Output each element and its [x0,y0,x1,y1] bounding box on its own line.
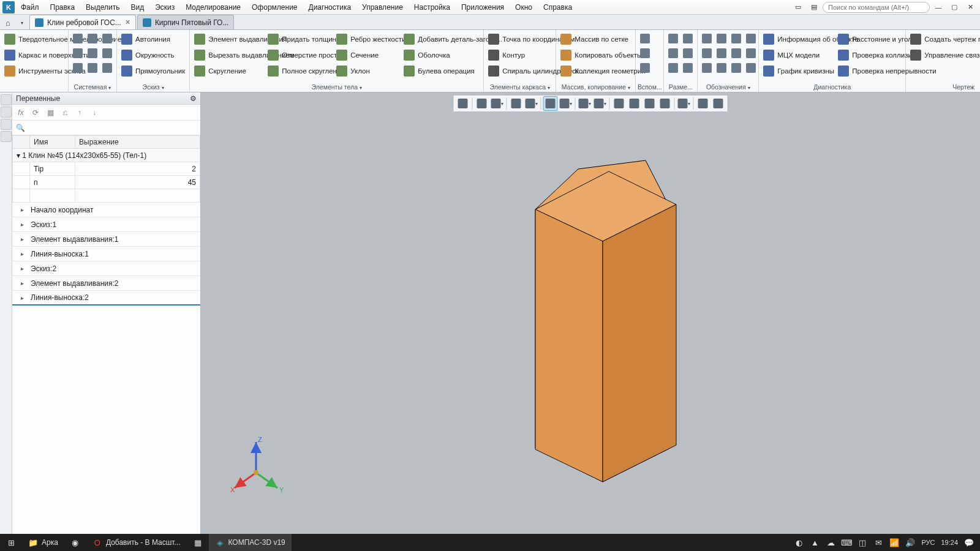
taskbar-kompas[interactable]: ◈КОМПАС-3D v19 [209,534,292,551]
tab-active[interactable]: Клин ребровой ГОС... ✕ [29,15,136,29]
vt-4[interactable] [612,96,627,111]
var-value[interactable]: 45 [75,176,200,189]
var-name[interactable]: Tip [30,162,75,176]
open-button[interactable] [86,32,99,45]
menu-manage[interactable]: Управление [357,0,408,15]
dim4[interactable] [681,47,695,60]
vt-7[interactable] [658,96,673,111]
paste-button[interactable] [100,61,114,75]
shell-button[interactable]: Оболочка [402,48,481,62]
vt-3[interactable] [509,96,524,111]
tree-node[interactable]: Начало координат [12,203,200,217]
ann12[interactable] [744,61,758,75]
tree-node[interactable]: Эскиз:2 [12,261,200,276]
tree-node[interactable]: Линия-выноска:1 [12,247,200,261]
var-value[interactable]: 2 [75,162,200,176]
aux3[interactable] [638,61,652,75]
wifi-icon[interactable]: 📶 [889,538,899,547]
ann11[interactable] [729,61,743,75]
save-button[interactable] [100,32,114,45]
taskbar-folder[interactable]: 📁Арка [22,534,64,551]
tab-close-icon[interactable]: ✕ [125,18,130,26]
full-fillet-button[interactable]: Полное скругление [266,64,333,78]
collision-button[interactable]: Проверка коллизий [836,48,907,62]
dim1[interactable] [666,32,680,45]
tree-node[interactable]: Эскиз:1 [12,217,200,232]
taskbar-opera[interactable]: OДобавить - В Масшт... [86,534,187,551]
continuity-button[interactable]: Проверка непрерывности [836,64,907,78]
menu-diagnostics[interactable]: Диагностика [304,0,356,15]
menu-settings[interactable]: Настройка [409,0,455,15]
copy-button[interactable] [86,61,99,75]
fillet-button[interactable]: Скругление [192,64,265,78]
notifications-icon[interactable]: 💬 [964,538,974,547]
vt-render[interactable] [559,96,573,111]
menu-file[interactable]: Файл [16,0,44,15]
ann1[interactable] [700,32,714,45]
dim6[interactable] [681,61,695,75]
menu-view[interactable]: Вид [126,0,149,15]
create-drawing-button[interactable]: Создать чертеж по модели [908,32,980,47]
tray-icon[interactable]: ▲ [810,538,820,547]
print-button[interactable] [71,61,85,75]
cut-extrude-button[interactable]: Вырезать выдавливанием [192,48,265,62]
pattern-grid-button[interactable]: Массив по сетке [559,32,647,47]
ann7[interactable] [729,47,743,60]
taskbar-misc[interactable]: ▦ [187,534,209,551]
sidetab-1[interactable] [1,94,12,105]
tb6[interactable]: ↓ [88,107,100,119]
autoline-button[interactable]: Автолиния [119,32,187,47]
rib-button[interactable]: Ребро жесткости [334,32,401,47]
menu-apps[interactable]: Приложения [456,0,509,15]
vt-show[interactable] [593,96,608,111]
model-3d[interactable] [492,142,688,485]
sidetab-2[interactable] [1,107,12,118]
vt-8[interactable] [696,96,710,111]
ann10[interactable] [715,61,728,75]
root-row[interactable]: ▾ 1 Клин №45 (114х230х65-55) (Тел-1) [13,149,200,162]
tb5[interactable]: ↑ [74,107,86,119]
tray-icon[interactable]: ☁ [826,538,835,547]
mass-props-button[interactable]: МЦХ модели [761,48,835,62]
section-button[interactable]: Сечение [334,48,401,62]
new-button[interactable] [71,32,85,45]
ann8[interactable] [744,47,758,60]
aux1[interactable] [638,32,652,45]
draft-button[interactable]: Уклон [334,64,401,78]
ann9[interactable] [700,61,714,75]
menu-help[interactable]: Справка [538,0,577,15]
extrude-button[interactable]: Элемент выдавливания [192,32,265,47]
layout2-icon[interactable]: ▤ [809,3,820,12]
start-button[interactable]: ⊞ [0,534,22,551]
sidetab-4[interactable] [1,131,12,142]
tb4[interactable]: ⎌ [59,107,71,119]
vt-orient[interactable] [524,96,539,111]
var-name[interactable]: n [30,176,75,189]
command-search[interactable] [823,2,930,13]
ann6[interactable] [715,47,728,60]
vt-2[interactable] [475,96,489,111]
panel-search[interactable]: 🔍 [12,121,200,135]
volume-icon[interactable]: 🔊 [905,538,915,547]
ann3[interactable] [729,32,743,45]
dim3[interactable] [666,47,680,60]
language-indicator[interactable]: РУС [921,539,935,546]
menu-sketch[interactable]: Эскиз [150,0,179,15]
vt-9[interactable] [711,96,726,111]
tray-icon[interactable]: ✉ [873,538,883,547]
vt-filter[interactable] [677,96,692,111]
menu-modeling[interactable]: Моделирование [181,0,246,15]
fx-icon[interactable]: fx [15,107,27,119]
vt-1[interactable] [456,96,470,111]
vt-6[interactable] [643,96,657,111]
gear-icon[interactable]: ⚙ [190,94,197,103]
rect-button[interactable]: Прямоугольник [119,64,187,78]
menu-window[interactable]: Окно [510,0,537,15]
ann5[interactable] [700,47,714,60]
redo-button[interactable] [86,47,99,60]
vt-hide[interactable] [578,96,592,111]
ann2[interactable] [715,32,728,45]
minimize-icon[interactable]: — [933,3,944,12]
add-part-button[interactable]: Добавить деталь-загото... [402,32,481,47]
tree-node[interactable]: Элемент выдавливания:2 [12,276,200,291]
